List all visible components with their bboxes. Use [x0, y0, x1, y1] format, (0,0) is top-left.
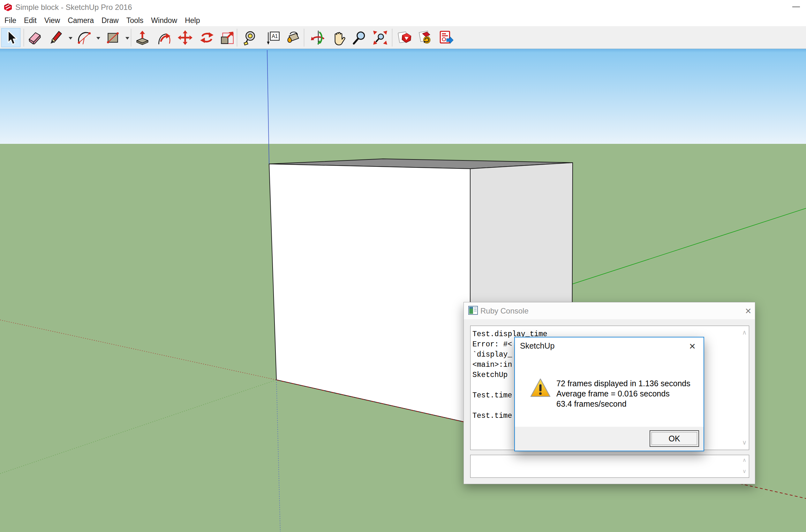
text-tool-button[interactable]: A1 — [264, 28, 282, 47]
menu-view[interactable]: View — [40, 15, 64, 26]
ruby-console-close-icon[interactable]: ✕ — [743, 306, 754, 317]
arc-dropdown-arrow-icon[interactable] — [96, 37, 100, 40]
zoom-extents-tool-button[interactable] — [371, 28, 389, 47]
input-scroll-up-icon[interactable]: ∧ — [740, 457, 749, 463]
pencil-icon — [48, 30, 64, 45]
ruby-console-input[interactable] — [472, 456, 735, 476]
sketchup-logo-icon — [3, 3, 13, 12]
toolbar-separator — [237, 29, 237, 46]
line-tool-button[interactable] — [47, 28, 65, 47]
menubar: File Edit View Camera Draw Tools Window … — [0, 15, 806, 26]
sketchup-window: Simple block - SketchUp Pro 2016 File Ed… — [0, 0, 806, 532]
select-cursor-icon — [3, 30, 19, 45]
eraser-tool-button[interactable] — [26, 28, 44, 47]
arc-tool-button[interactable] — [75, 28, 93, 47]
menu-draw[interactable]: Draw — [98, 15, 123, 26]
rectangle-dropdown-arrow-icon[interactable] — [125, 37, 129, 40]
paint-bucket-icon — [285, 30, 301, 45]
zoom-extents-icon — [372, 30, 388, 45]
rectangle-icon — [105, 30, 121, 45]
dialog-message-line: 63.4 frames/second — [556, 399, 691, 409]
paint-bucket-tool-button[interactable] — [284, 28, 301, 47]
scale-tool-button[interactable] — [218, 28, 236, 47]
minimize-icon[interactable] — [792, 6, 800, 7]
sky[interactable] — [0, 49, 806, 144]
menu-edit[interactable]: Edit — [20, 15, 40, 26]
warning-icon — [530, 378, 551, 398]
dialog-title: SketchUp — [520, 341, 554, 350]
rotate-icon — [199, 30, 215, 45]
output-scroll-down-icon[interactable]: ∨ — [740, 439, 749, 446]
toolbar: A1 — [0, 26, 806, 49]
move-tool-button[interactable] — [176, 28, 194, 47]
push-pull-tool-button[interactable] — [133, 28, 151, 47]
ruby-console-titlebar[interactable]: Ruby Console ✕ — [464, 302, 755, 319]
text-icon: A1 — [265, 30, 281, 45]
pan-hand-icon — [330, 30, 346, 45]
orbit-tool-button[interactable] — [309, 28, 327, 47]
tape-measure-icon — [243, 30, 259, 45]
select-tool-button[interactable] — [1, 28, 20, 47]
eraser-icon — [27, 30, 43, 45]
input-scroll-down-icon[interactable]: ∨ — [740, 468, 749, 475]
menu-help[interactable]: Help — [181, 15, 204, 26]
window-title: Simple block - SketchUp Pro 2016 — [15, 0, 132, 15]
send-to-layout-button[interactable] — [437, 28, 455, 47]
follow-me-tool-button[interactable] — [155, 28, 173, 47]
scale-icon — [219, 30, 235, 45]
ruby-console-icon — [468, 306, 478, 315]
ruby-console-input-box — [470, 455, 749, 478]
ok-button[interactable]: OK — [649, 430, 699, 447]
dialog-message: 72 frames displayed in 1.136 seconds Ave… — [556, 378, 691, 409]
box-front-face[interactable] — [269, 164, 470, 423]
move-icon — [177, 30, 193, 45]
toolbar-separator — [304, 29, 304, 46]
tape-measure-tool-button[interactable] — [242, 28, 260, 47]
dialog-message-line: Average frame = 0.016 seconds — [556, 388, 691, 399]
push-pull-icon — [134, 30, 150, 45]
toolbar-separator — [392, 29, 392, 46]
menu-camera[interactable]: Camera — [64, 15, 98, 26]
extension-warehouse-button[interactable] — [416, 28, 434, 47]
zoom-tool-button[interactable] — [350, 28, 368, 47]
line-dropdown-arrow-icon[interactable] — [69, 37, 72, 40]
toolbar-separator — [131, 29, 131, 46]
toolbar-separator — [24, 29, 24, 46]
menu-file[interactable]: File — [1, 15, 20, 26]
send-to-layout-icon — [438, 30, 454, 45]
orbit-icon — [310, 30, 326, 45]
get-models-button[interactable] — [396, 28, 414, 47]
ruby-console-title: Ruby Console — [480, 302, 529, 319]
zoom-icon — [351, 30, 367, 45]
extension-warehouse-icon — [417, 30, 433, 45]
rectangle-tool-button[interactable] — [104, 28, 122, 47]
get-models-icon — [397, 30, 413, 45]
titlebar: Simple block - SketchUp Pro 2016 — [0, 0, 806, 15]
text-tool-glyph: A1 — [272, 34, 278, 39]
menu-tools[interactable]: Tools — [123, 15, 147, 26]
arc-icon — [76, 30, 92, 45]
follow-me-icon — [156, 30, 172, 45]
menu-window[interactable]: Window — [147, 15, 181, 26]
dialog-message-line: 72 frames displayed in 1.136 seconds — [556, 378, 691, 388]
rotate-tool-button[interactable] — [198, 28, 216, 47]
sketchup-message-dialog: SketchUp ✕ 72 frames displayed in 1.136 … — [514, 337, 704, 451]
dialog-close-icon[interactable]: ✕ — [686, 341, 698, 352]
output-scroll-up-icon[interactable]: ∧ — [740, 328, 749, 336]
pan-tool-button[interactable] — [329, 28, 347, 47]
